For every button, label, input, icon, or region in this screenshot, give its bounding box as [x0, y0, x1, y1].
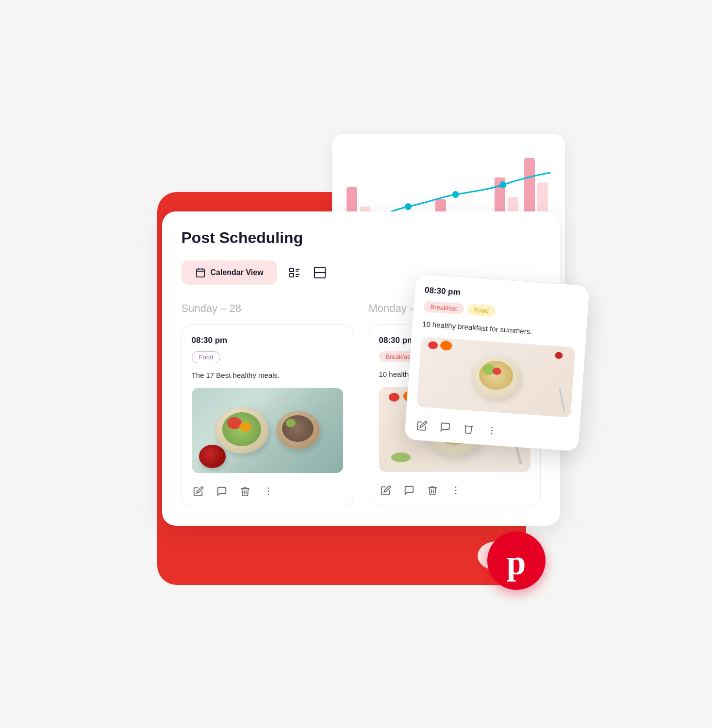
- floating-edit-button[interactable]: [414, 418, 429, 433]
- floating-post-card: 08:30 pm Breakfast Food 10 healthy break…: [404, 273, 590, 451]
- tag-food[interactable]: Food: [192, 351, 221, 363]
- floating-tag-breakfast[interactable]: Breakfast: [423, 301, 464, 315]
- food-image-1: [192, 388, 343, 473]
- split-view-icon: [313, 266, 327, 279]
- monday-post-actions: [379, 480, 530, 497]
- floating-delete-button[interactable]: [461, 421, 476, 436]
- svg-point-22: [491, 430, 492, 431]
- page-title: Post Scheduling: [182, 229, 541, 247]
- floating-post-actions: [414, 414, 570, 442]
- delete-button[interactable]: [238, 485, 252, 498]
- sunday-post-card: 08:30 pm Food The 17 Best healthy meals.: [182, 324, 353, 506]
- svg-point-17: [267, 494, 269, 495]
- floating-tag-food[interactable]: Food: [467, 304, 496, 317]
- scene: Post Scheduling Calendar View: [138, 134, 575, 595]
- floating-post-text: 10 healthy breakfast for summers.: [422, 319, 577, 340]
- svg-rect-8: [290, 274, 294, 277]
- calendar-view-button[interactable]: Calendar View: [182, 260, 277, 285]
- edit-button[interactable]: [192, 485, 205, 498]
- svg-point-1: [452, 191, 459, 198]
- svg-point-15: [267, 487, 269, 489]
- comment-button[interactable]: [215, 485, 229, 498]
- svg-point-0: [405, 203, 412, 210]
- pinterest-logo: p: [487, 532, 546, 590]
- floating-post-image: [416, 337, 575, 418]
- svg-point-23: [491, 433, 492, 434]
- comment-button-monday[interactable]: [402, 484, 416, 497]
- more-button-monday[interactable]: [449, 484, 463, 497]
- calendar-icon: [195, 267, 206, 278]
- sunday-label: Sunday – 28: [182, 302, 353, 315]
- sunday-tags: Food: [192, 351, 343, 363]
- svg-rect-7: [290, 268, 294, 272]
- more-button[interactable]: [262, 485, 275, 498]
- svg-point-18: [455, 486, 456, 488]
- svg-rect-3: [196, 269, 204, 277]
- list-view-button[interactable]: [287, 265, 302, 280]
- svg-point-16: [267, 490, 269, 492]
- sunday-post-text: The 17 Best healthy meals.: [192, 370, 343, 380]
- sunday-post-time: 08:30 pm: [192, 336, 343, 345]
- split-view-button[interactable]: [312, 265, 328, 280]
- sunday-post-actions: [192, 481, 343, 498]
- floating-food-image: [416, 337, 575, 418]
- list-view-icon: [288, 266, 301, 279]
- delete-button-monday[interactable]: [426, 484, 439, 497]
- svg-point-2: [499, 181, 506, 188]
- edit-button-monday[interactable]: [379, 484, 393, 497]
- svg-point-20: [455, 493, 456, 494]
- svg-point-21: [491, 426, 493, 428]
- pinterest-letter: p: [506, 545, 526, 580]
- svg-point-19: [455, 489, 456, 491]
- sunday-post-image: [192, 388, 343, 473]
- sunday-column: Sunday – 28 08:30 pm Food The 17 Best he…: [182, 302, 353, 506]
- floating-more-button[interactable]: [484, 423, 499, 437]
- floating-comment-button[interactable]: [438, 420, 452, 434]
